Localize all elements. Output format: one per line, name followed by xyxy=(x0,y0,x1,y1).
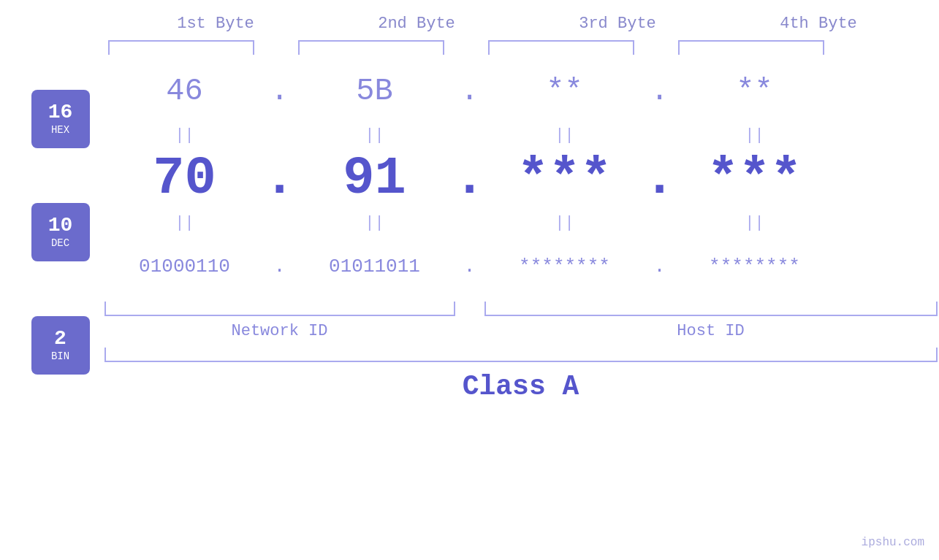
dec-row: 70 . 91 . *** . *** xyxy=(104,150,938,208)
bracket-byte3-top xyxy=(481,40,642,58)
byte-headers: 1st Byte 2nd Byte 3rd Byte 4th Byte xyxy=(115,15,919,33)
eq2-b3: || xyxy=(484,214,645,232)
dec-byte4: *** xyxy=(674,149,835,209)
dec-byte2: 91 xyxy=(294,149,455,209)
bracket-byte4-top xyxy=(671,40,832,58)
dec-badge-num: 10 xyxy=(48,215,73,236)
hex-dot1: . xyxy=(265,74,294,109)
byte1-header: 1st Byte xyxy=(135,15,296,33)
eq2-b1: || xyxy=(104,214,265,232)
dec-dot3: . xyxy=(645,149,674,209)
eq2-b2: || xyxy=(294,214,455,232)
bin-dot1: . xyxy=(265,256,294,277)
bracket-byte1-top xyxy=(101,40,262,58)
network-id-label: Network ID xyxy=(104,322,455,340)
host-bracket-bottom xyxy=(484,302,938,316)
byte3-header: 3rd Byte xyxy=(537,15,698,33)
dec-badge: 10 DEC xyxy=(31,203,90,261)
class-bracket-bottom xyxy=(104,348,938,362)
eq1-b2: || xyxy=(294,126,455,145)
class-label-row: Class A xyxy=(104,371,938,402)
equals-row-1: || || || || xyxy=(104,120,938,150)
eq1-b1: || xyxy=(104,126,265,145)
hex-byte3: ** xyxy=(484,74,645,109)
badges-column: 16 HEX 10 DEC 2 BIN xyxy=(17,62,104,402)
byte2-header: 2nd Byte xyxy=(336,15,497,33)
hex-byte4: ** xyxy=(674,74,835,109)
hex-byte2: 5B xyxy=(294,74,455,109)
bin-byte3: ******** xyxy=(484,256,645,277)
bottom-brackets-row xyxy=(104,302,938,316)
id-labels-row: Network ID Host ID xyxy=(104,322,938,340)
host-id-label: Host ID xyxy=(484,322,938,340)
watermark: ipshu.com xyxy=(862,536,924,549)
dec-dot2: . xyxy=(455,149,484,209)
class-label: Class A xyxy=(463,371,579,402)
bin-dot3: . xyxy=(645,256,674,277)
hex-badge: 16 HEX xyxy=(31,90,90,148)
bracket-byte2-top xyxy=(291,40,452,58)
hex-dot2: . xyxy=(455,74,484,109)
hex-badge-label: HEX xyxy=(51,124,69,136)
eq2-b4: || xyxy=(674,214,835,232)
dec-badge-label: DEC xyxy=(51,237,69,249)
bin-badge-num: 2 xyxy=(54,329,66,349)
hex-byte1: 46 xyxy=(104,74,265,109)
hex-dot3: . xyxy=(645,74,674,109)
dec-dot1: . xyxy=(265,149,294,209)
bin-row: 01000110 . 01011011 . ******** . *******… xyxy=(104,237,938,296)
eq1-b3: || xyxy=(484,126,645,145)
main-area: 16 HEX 10 DEC 2 BIN 46 . 5B . ** . ** xyxy=(17,62,938,402)
bin-dot2: . xyxy=(455,256,484,277)
top-brackets-row xyxy=(101,40,934,58)
bin-byte1: 01000110 xyxy=(104,256,265,277)
dec-byte1: 70 xyxy=(104,149,265,209)
dec-byte3: *** xyxy=(484,149,645,209)
bin-byte4: ******** xyxy=(674,256,835,277)
bin-badge-label: BIN xyxy=(51,350,69,362)
byte4-header: 4th Byte xyxy=(738,15,899,33)
eq1-b4: || xyxy=(674,126,835,145)
bin-badge: 2 BIN xyxy=(31,316,90,375)
network-bracket-bottom xyxy=(104,302,455,316)
hex-row: 46 . 5B . ** . ** xyxy=(104,62,938,120)
hex-badge-num: 16 xyxy=(48,102,73,123)
data-area: 46 . 5B . ** . ** || || || || 70 xyxy=(104,62,938,402)
bin-byte2: 01011011 xyxy=(294,256,455,277)
equals-row-2: || || || || xyxy=(104,208,938,237)
main-container: 1st Byte 2nd Byte 3rd Byte 4th Byte 16 H… xyxy=(0,0,939,560)
